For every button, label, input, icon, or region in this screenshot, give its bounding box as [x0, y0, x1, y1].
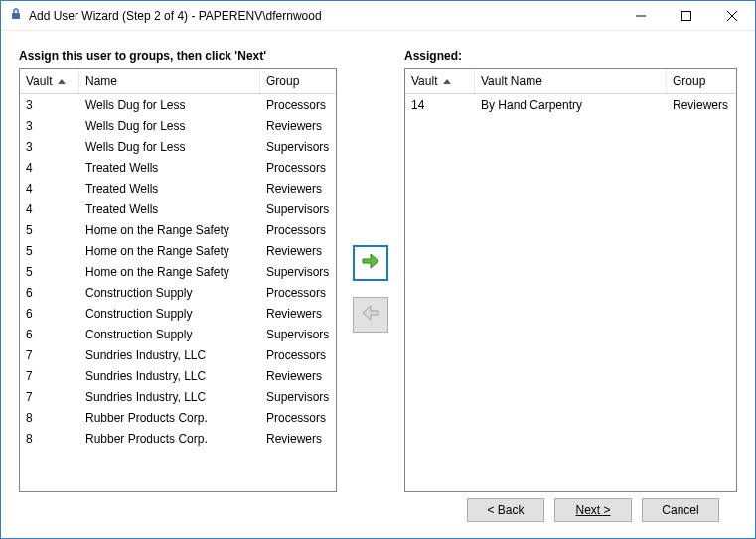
table-row[interactable]: 7Sundries Industry, LLCProcessors [20, 344, 336, 365]
table-row[interactable]: 6Construction SupplySupervisors [20, 324, 336, 344]
col-header-vault[interactable]: Vault [20, 69, 79, 93]
sort-asc-icon [58, 79, 66, 84]
cell-vault: 4 [20, 202, 79, 216]
cell-vault: 3 [20, 98, 79, 112]
cell-name: Sundries Industry, LLC [79, 390, 260, 404]
arrow-right-icon [361, 252, 380, 273]
cell-name: Treated Wells [79, 161, 260, 175]
table-row[interactable]: 6Construction SupplyReviewers [20, 303, 336, 324]
cell-group: Processors [260, 161, 336, 175]
col-header-vault-r[interactable]: Vault [405, 69, 475, 93]
table-row[interactable]: 4Treated WellsSupervisors [20, 199, 336, 219]
table-row[interactable]: 5Home on the Range SafetySupervisors [20, 261, 336, 282]
cell-group: Supervisors [260, 390, 336, 404]
cell-group: Supervisors [260, 202, 336, 216]
table-row[interactable]: 8Rubber Products Corp.Processors [20, 407, 336, 428]
maximize-button[interactable] [664, 1, 709, 30]
col-header-name[interactable]: Name [79, 69, 260, 93]
table-row[interactable]: 3Wells Dug for LessReviewers [20, 115, 336, 136]
available-groups-table[interactable]: Vault Name Group 3Wells Dug for LessProc… [19, 68, 337, 492]
cell-name: Rubber Products Corp. [79, 432, 260, 446]
cell-vault: 7 [20, 390, 79, 404]
cell-name: Home on the Range Safety [79, 223, 260, 237]
available-groups-pane: Assign this user to groups, then click '… [19, 49, 337, 492]
col-header-vault-label: Vault [26, 74, 52, 88]
table-row[interactable]: 3Wells Dug for LessSupervisors [20, 136, 336, 157]
assigned-groups-rows[interactable]: 14By Hand CarpentryReviewers [405, 94, 736, 491]
lock-icon [9, 7, 23, 24]
minimize-button[interactable] [618, 1, 664, 30]
cell-vault: 4 [20, 161, 79, 175]
cell-vault: 6 [20, 286, 79, 300]
assigned-groups-pane: Assigned: Vault Vault Name Group [404, 49, 737, 492]
content-area: Assign this user to groups, then click '… [1, 31, 755, 538]
cell-group: Processors [260, 411, 336, 425]
cell-group: Supervisors [260, 328, 336, 341]
col-header-group-r-label: Group [673, 74, 705, 88]
table-row[interactable]: 4Treated WellsReviewers [20, 178, 336, 199]
cell-name: Home on the Range Safety [79, 244, 260, 258]
col-header-group[interactable]: Group [260, 69, 336, 93]
table-row[interactable]: 3Wells Dug for LessProcessors [20, 94, 336, 115]
cell-name: Treated Wells [79, 202, 260, 216]
next-button[interactable]: Next > [554, 498, 632, 522]
cell-group: Processors [260, 223, 336, 237]
cell-vault: 6 [20, 307, 79, 321]
table-row[interactable]: 14By Hand CarpentryReviewers [405, 94, 736, 115]
table-row[interactable]: 8Rubber Products Corp.Reviewers [20, 428, 336, 449]
col-header-vault-r-label: Vault [411, 74, 437, 88]
cell-vault: 8 [20, 411, 79, 425]
titlebar: Add User Wizard (Step 2 of 4) - PAPERENV… [1, 1, 755, 31]
arrow-left-icon [361, 304, 380, 325]
table-row[interactable]: 5Home on the Range SafetyReviewers [20, 240, 336, 261]
cell-name: Wells Dug for Less [79, 119, 260, 133]
col-header-group-r[interactable]: Group [667, 69, 736, 93]
cell-name: Construction Supply [79, 286, 260, 300]
cell-name: Rubber Products Corp. [79, 411, 260, 425]
table-row[interactable]: 7Sundries Industry, LLCReviewers [20, 365, 336, 386]
cell-group: Reviewers [667, 98, 736, 112]
available-groups-header[interactable]: Vault Name Group [20, 69, 336, 94]
cell-name: Sundries Industry, LLC [79, 348, 260, 362]
available-groups-rows[interactable]: 3Wells Dug for LessProcessors3Wells Dug … [20, 94, 336, 491]
cell-vault: 5 [20, 223, 79, 237]
cell-name: Sundries Industry, LLC [79, 369, 260, 383]
cell-group: Reviewers [260, 307, 336, 321]
next-button-label: Next > [575, 503, 610, 517]
table-row[interactable]: 7Sundries Industry, LLCSupervisors [20, 386, 336, 407]
assigned-groups-table[interactable]: Vault Vault Name Group 14By Hand Carpent… [404, 68, 737, 492]
table-row[interactable]: 5Home on the Range SafetyProcessors [20, 219, 336, 240]
back-button[interactable]: < Back [467, 498, 544, 522]
cell-group: Reviewers [260, 119, 336, 133]
svg-rect-2 [682, 11, 691, 20]
cell-vault: 5 [20, 265, 79, 279]
cancel-button[interactable]: Cancel [642, 498, 719, 522]
assign-button[interactable] [353, 245, 388, 281]
cell-group: Reviewers [260, 369, 336, 383]
table-row[interactable]: 4Treated WellsProcessors [20, 157, 336, 178]
cell-vault: 3 [20, 140, 79, 154]
cell-group: Processors [260, 98, 336, 112]
cell-vault: 5 [20, 244, 79, 258]
window-controls [618, 1, 755, 30]
col-header-vaultname[interactable]: Vault Name [475, 69, 667, 93]
assigned-groups-header[interactable]: Vault Vault Name Group [405, 69, 736, 94]
available-groups-label: Assign this user to groups, then click '… [19, 49, 337, 65]
table-row[interactable]: 6Construction SupplyProcessors [20, 282, 336, 303]
cell-group: Supervisors [260, 140, 336, 154]
cell-name: Wells Dug for Less [79, 98, 260, 112]
panes: Assign this user to groups, then click '… [19, 49, 737, 492]
col-header-name-label: Name [85, 74, 117, 88]
cell-vault: 7 [20, 369, 79, 383]
cell-name: By Hand Carpentry [475, 98, 667, 112]
cell-group: Supervisors [260, 265, 336, 279]
unassign-button[interactable] [353, 297, 388, 333]
wizard-footer: < Back Next > Cancel [19, 492, 737, 538]
close-button[interactable] [709, 1, 755, 30]
sort-asc-icon [443, 79, 451, 84]
assigned-groups-label: Assigned: [404, 49, 737, 65]
window-title: Add User Wizard (Step 2 of 4) - PAPERENV… [29, 9, 618, 23]
cell-vault: 7 [20, 348, 79, 362]
cell-name: Treated Wells [79, 182, 260, 196]
cell-name: Construction Supply [79, 328, 260, 341]
